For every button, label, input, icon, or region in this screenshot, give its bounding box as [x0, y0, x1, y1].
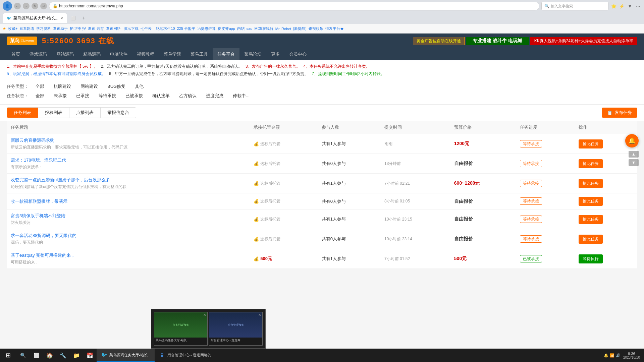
status-unaccepted[interactable]: 未承接 — [52, 92, 69, 100]
tray-wifi-icon[interactable]: 📶 — [610, 353, 614, 358]
bookmark-item-0[interactable]: 收藏+ — [8, 26, 17, 31]
grab-task-button[interactable]: 抢此任务 — [579, 197, 603, 206]
tab-report-info[interactable]: 举报信息台 — [101, 108, 136, 118]
status-confirm[interactable]: 确认接单 — [150, 92, 172, 100]
nav-tools[interactable]: 菜鸟工具 — [186, 48, 213, 60]
bookmark-item-2[interactable]: 学习资料 — [36, 26, 51, 31]
status-accepted[interactable]: 已承接 — [74, 92, 91, 100]
nav-software[interactable]: 电脑软件 — [105, 48, 132, 60]
bookmark-item-11[interactable]: 迅捷思维导 — [197, 26, 216, 31]
nav-home[interactable]: 首页 — [7, 48, 25, 60]
nav-forum[interactable]: 菜鸟论坛 — [239, 48, 266, 60]
task-title-link[interactable]: 收套完整一点的五游新ui圆桌子那个，后台没那么多 — [11, 177, 246, 183]
tab-bid-list[interactable]: 投稿列表 — [38, 108, 69, 118]
bookmark-item-16[interactable]: [新提醒] — [293, 26, 306, 31]
start-button[interactable]: ⊞ — [0, 349, 16, 362]
nav-more[interactable]: 更多 — [266, 48, 284, 60]
bookmark-item-17[interactable]: 锯视娱乐 — [309, 26, 323, 31]
tab-1[interactable]: 🐦 菜鸟源码任务大厅-站长... ✕ — [3, 13, 67, 23]
nav-academy[interactable]: 菜鸟学院 — [159, 48, 186, 60]
scroll-up-button[interactable]: ▲ — [629, 151, 639, 158]
bookmark-item-6[interactable]: 逛逛网络- — [106, 26, 122, 31]
task-time-cell: 10小时前 23:14 — [380, 229, 450, 249]
bookmark-item-12[interactable]: 皮皮虾app — [218, 26, 235, 31]
bookmark-item-8[interactable]: 七牛云 - — [141, 26, 154, 31]
nav-tasks[interactable]: 任务平台 — [213, 48, 239, 60]
history-back-button[interactable]: ⤾ — [40, 3, 47, 9]
notification-bell[interactable]: 🔔 — [625, 134, 639, 147]
address-bar[interactable]: 🔒 https://cnmmm.com/user/renwu.php — [49, 2, 539, 10]
taskbar-cortana[interactable]: 🔍 — [16, 349, 30, 362]
taskbar-window-1[interactable]: 🐦 菜鸟源码任务大厅-站长... — [97, 349, 155, 362]
status-waiting[interactable]: 等待承接 — [97, 92, 118, 100]
task-title-link[interactable]: 求一套活动88折源码，要无限代的 — [11, 233, 246, 239]
nav-game-source[interactable]: 游戏源码 — [25, 48, 52, 60]
bookmark-item-15[interactable]: Mr. Robot — [275, 27, 291, 31]
preview-close-1[interactable]: ✕ — [203, 313, 206, 317]
tray-volume-icon[interactable]: 🔊 — [616, 353, 621, 358]
grab-task-button[interactable]: 抢此任务 — [579, 235, 603, 244]
taskbar-pin-3[interactable]: 📁 — [70, 349, 83, 362]
reload-button[interactable]: ↻ — [32, 3, 38, 9]
status-progress-done[interactable]: 进度完成 — [204, 92, 225, 100]
status-been-accepted[interactable]: 已被承接 — [123, 92, 145, 100]
bookmark-item-7[interactable]: 演示下载 — [124, 26, 139, 31]
bookmark-item-13[interactable]: 内站| sau — [237, 26, 253, 31]
bookmark-item-4[interactable]: 护卫神-报 — [70, 26, 86, 31]
grab-task-button[interactable]: 抢此任务 — [579, 139, 603, 148]
publish-task-button[interactable]: 📋 发布任务 — [602, 108, 637, 118]
preview-close-2[interactable]: ✕ — [258, 313, 261, 317]
bookmark-item-14[interactable]: MD5在线解 — [254, 26, 273, 31]
type-other[interactable]: 其他 — [133, 83, 146, 90]
tray-notification-icon[interactable]: 🔔 — [604, 353, 608, 358]
tab-task-list[interactable]: 任务列表 — [7, 108, 38, 118]
nav-member[interactable]: 会员中心 — [284, 48, 311, 60]
tab-on-demand-list[interactable]: 点播列表 — [69, 108, 101, 118]
forward-button[interactable]: → — [23, 3, 30, 9]
taskbar-pin-2[interactable]: 🔧 — [56, 349, 70, 362]
back-button[interactable]: ← — [14, 3, 21, 9]
preview-card-2[interactable]: 后台管理预览 后台管理中心 - 逛逛网... ✕ — [209, 312, 263, 346]
nav-web-source[interactable]: 网站源码 — [52, 48, 78, 60]
bookmark-item-10[interactable]: 225-卡盟平 — [177, 26, 195, 31]
type-website[interactable]: 网站建设 — [78, 83, 100, 90]
type-all[interactable]: 全部 — [34, 83, 46, 90]
task-title-link[interactable]: 富贵3镜像版手机端不能登陆 — [11, 213, 246, 219]
taskbar-task-view[interactable]: ⬜ — [30, 349, 43, 362]
more-btn[interactable]: ⋯ — [635, 3, 641, 9]
status-party-b-confirm[interactable]: 乙方确认 — [177, 92, 199, 100]
nav-premium[interactable]: 精品源码 — [78, 48, 105, 60]
task-title-link[interactable]: 基于eastpay 完整可用搭建的来， — [11, 252, 246, 258]
scroll-down-button[interactable]: ▼ — [629, 159, 639, 166]
tab-2[interactable]: ⬜ — [67, 13, 80, 23]
bookmark-item-3[interactable]: 逛逛助手 — [53, 26, 68, 31]
task-title-link[interactable]: 新版云豹直播源码求购 — [11, 137, 246, 143]
task-title-link[interactable]: 收一款福相联盟棋牌，带演示 — [11, 198, 246, 204]
task-title-link[interactable]: 需求：178电玩、渔乐吧二代 — [11, 157, 246, 163]
grab-task-button[interactable]: 抢此任务 — [579, 159, 603, 168]
bookmark-item-18[interactable]: 恒发平台★ — [325, 26, 344, 31]
nav-video[interactable]: 视频教程 — [132, 48, 159, 60]
task-description: 论坛的我搭建了新ui那个没有充值跳后台但多投稿，有完整点的联 — [11, 184, 246, 190]
new-tab-button[interactable]: + — [80, 14, 88, 22]
taskbar-pin-4[interactable]: 📅 — [83, 349, 97, 362]
extension-btn3[interactable]: ▼ — [627, 3, 633, 9]
grab-task-button[interactable]: 抢此任务 — [579, 215, 603, 224]
type-bug[interactable]: BUG修复 — [105, 83, 127, 90]
taskbar-window-2[interactable]: 🖥 后台管理中心 - 逛逛网络的运... — [155, 349, 222, 362]
preview-card-1[interactable]: 任务列表预览 菜鸟源码任务大厅-站长... ✕ — [154, 312, 208, 346]
extension-btn[interactable]: ⭐ — [610, 3, 617, 9]
extension-btn2[interactable]: ⚡ — [619, 3, 625, 9]
status-all[interactable]: 全部 — [34, 92, 46, 100]
wait-task-button[interactable]: 等待执行 — [579, 254, 603, 263]
status-arbitration[interactable]: 仲裁中... — [231, 92, 252, 100]
bookmark-item-1[interactable]: 逛逛网络 — [19, 26, 34, 31]
browser-profile-avatar[interactable]: 👤 — [3, 1, 12, 11]
type-chess[interactable]: 棋牌建设 — [52, 83, 73, 90]
bookmark-item-5[interactable]: 逛逛-云存 — [88, 26, 104, 31]
grab-task-button[interactable]: 抢此任务 — [579, 179, 603, 188]
bookmark-item-9[interactable]: 绝地求生10 — [156, 26, 175, 31]
taskbar-pin-1[interactable]: 🏠 — [43, 349, 56, 362]
tab1-close[interactable]: ✕ — [60, 16, 63, 20]
search-bar[interactable]: 🔍 输入文字搜索 — [541, 2, 608, 10]
